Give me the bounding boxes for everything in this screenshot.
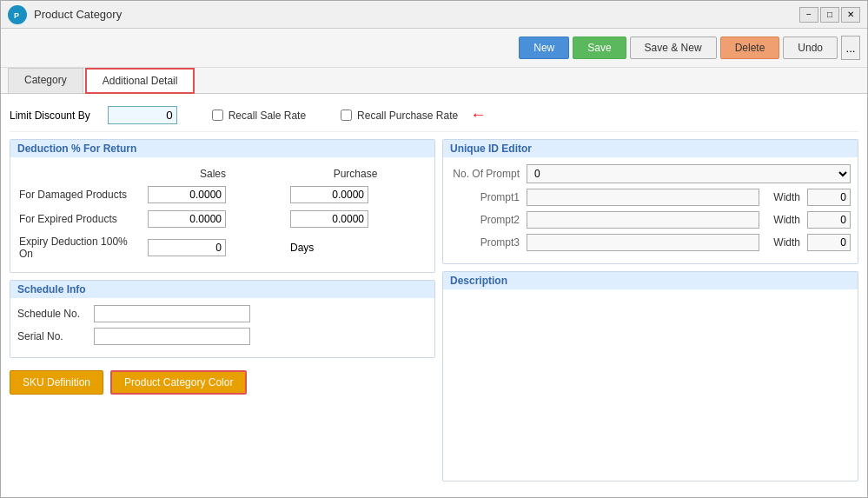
days-label: Days <box>290 242 314 254</box>
tab-additional-detail[interactable]: Additional Detail <box>85 68 195 94</box>
sales-col-header: Sales <box>142 166 283 182</box>
main-area: Deduction % For Return Sales Purchase <box>10 139 858 481</box>
table-row: For Damaged Products <box>19 183 426 206</box>
recall-sale-checkbox[interactable] <box>212 110 223 121</box>
prompt2-label: Prompt2 <box>450 214 520 226</box>
recall-purchase-label: Recall Purchase Rate <box>357 110 458 122</box>
width-input-3[interactable] <box>807 234 851 251</box>
expired-sales-input[interactable] <box>148 210 226 228</box>
deduction-section: Deduction % For Return Sales Purchase <box>10 139 435 273</box>
tab-bar: Category Additional Detail <box>1 68 867 94</box>
schedule-no-row: Schedule No. <box>17 305 427 322</box>
width-label-2: Width <box>773 214 800 226</box>
schedule-no-input[interactable] <box>94 305 250 322</box>
recall-sale-label: Recall Sale Rate <box>229 110 306 122</box>
prompt2-input[interactable] <box>527 211 759 229</box>
width-label-1: Width <box>773 191 800 203</box>
table-row: For Expired Products <box>19 208 426 230</box>
prompt1-label: Prompt1 <box>450 191 520 203</box>
no-of-prompt-label: No. Of Prompt <box>450 168 520 180</box>
title-bar: P Product Category − □ ✕ <box>1 1 867 29</box>
prompt3-row: Prompt3 Width <box>450 234 851 251</box>
description-section-body <box>443 289 858 394</box>
deduction-section-title: Deduction % For Return <box>10 140 434 157</box>
expired-purchase-input[interactable] <box>290 210 368 228</box>
damaged-label: For Damaged Products <box>19 183 141 206</box>
prompt3-label: Prompt3 <box>450 236 520 249</box>
save-button[interactable]: Save <box>573 37 626 59</box>
svg-text:P: P <box>14 11 19 20</box>
tab-category[interactable]: Category <box>8 68 83 93</box>
close-button[interactable]: ✕ <box>841 7 860 23</box>
more-icon: ... <box>845 42 855 55</box>
maximize-button[interactable]: □ <box>820 7 839 23</box>
undo-button[interactable]: Undo <box>783 37 838 59</box>
description-section-title: Description <box>443 272 858 289</box>
right-panel: Unique ID Editor No. Of Prompt 0 Prompt1… <box>442 139 858 481</box>
recall-sale-group: Recall Sale Rate <box>212 110 306 122</box>
schedule-section-body: Schedule No. Serial No. <box>10 298 434 357</box>
serial-no-row: Serial No. <box>17 328 427 345</box>
description-section: Description <box>442 271 858 481</box>
left-panel: Deduction % For Return Sales Purchase <box>10 139 435 481</box>
deduction-section-body: Sales Purchase For Damaged Products <box>10 157 434 272</box>
unique-id-section-body: No. Of Prompt 0 Prompt1 Width <box>443 157 858 263</box>
arrow-indicator: ← <box>470 106 486 124</box>
toolbar: New Save Save & New Delete Undo ... <box>1 29 867 68</box>
prompt1-row: Prompt1 Width <box>450 189 851 206</box>
delete-button[interactable]: Delete <box>720 37 780 59</box>
prompt2-row: Prompt2 Width <box>450 211 851 229</box>
window-controls: − □ ✕ <box>799 7 860 23</box>
width-input-1[interactable] <box>807 189 851 206</box>
schedule-section-title: Schedule Info <box>10 281 434 298</box>
serial-no-input[interactable] <box>94 328 250 345</box>
recall-purchase-group: Recall Purchase Rate ← <box>341 106 486 124</box>
sku-definition-button[interactable]: SKU Definition <box>10 370 103 395</box>
bottom-buttons: SKU Definition Product Category Color <box>10 365 435 400</box>
minimize-button[interactable]: − <box>799 7 818 23</box>
prompt1-input[interactable] <box>527 189 759 206</box>
window-title: Product Category <box>34 8 122 21</box>
purchase-col-header: Purchase <box>285 166 426 182</box>
expired-label: For Expired Products <box>19 208 141 230</box>
serial-no-label: Serial No. <box>17 330 87 342</box>
save-new-button[interactable]: Save & New <box>630 37 717 59</box>
recall-purchase-checkbox[interactable] <box>341 110 352 121</box>
product-category-color-button[interactable]: Product Category Color <box>110 370 247 395</box>
expiry-deduction-input[interactable] <box>148 239 226 256</box>
main-window: P Product Category − □ ✕ New Save Save &… <box>0 0 868 498</box>
width-input-2[interactable] <box>807 211 851 229</box>
content-area: Limit Discount By Recall Sale Rate Recal… <box>1 94 867 497</box>
table-row: Expiry Deduction 100% On Days <box>19 232 426 263</box>
prompt3-input[interactable] <box>527 234 759 251</box>
description-textarea[interactable] <box>447 293 854 390</box>
limit-discount-label: Limit Discount By <box>10 110 90 122</box>
width-label-3: Width <box>773 236 800 249</box>
schedule-no-label: Schedule No. <box>17 308 87 320</box>
limit-discount-row: Limit Discount By Recall Sale Rate Recal… <box>10 103 858 132</box>
limit-discount-input[interactable] <box>108 106 177 124</box>
more-button[interactable]: ... <box>841 36 860 60</box>
title-left: P Product Category <box>8 5 122 24</box>
expiry-deduction-label: Expiry Deduction 100% On <box>19 232 141 263</box>
damaged-purchase-input[interactable] <box>290 186 368 203</box>
no-of-prompt-select[interactable]: 0 <box>527 164 851 183</box>
unique-id-section: Unique ID Editor No. Of Prompt 0 Prompt1… <box>442 139 858 264</box>
new-button[interactable]: New <box>519 37 569 59</box>
unique-id-section-title: Unique ID Editor <box>443 140 858 157</box>
no-of-prompt-row: No. Of Prompt 0 <box>450 164 851 183</box>
deduction-table: Sales Purchase For Damaged Products <box>17 164 427 265</box>
damaged-sales-input[interactable] <box>148 186 226 203</box>
app-icon: P <box>8 5 27 24</box>
schedule-section: Schedule Info Schedule No. Serial No. <box>10 280 435 358</box>
